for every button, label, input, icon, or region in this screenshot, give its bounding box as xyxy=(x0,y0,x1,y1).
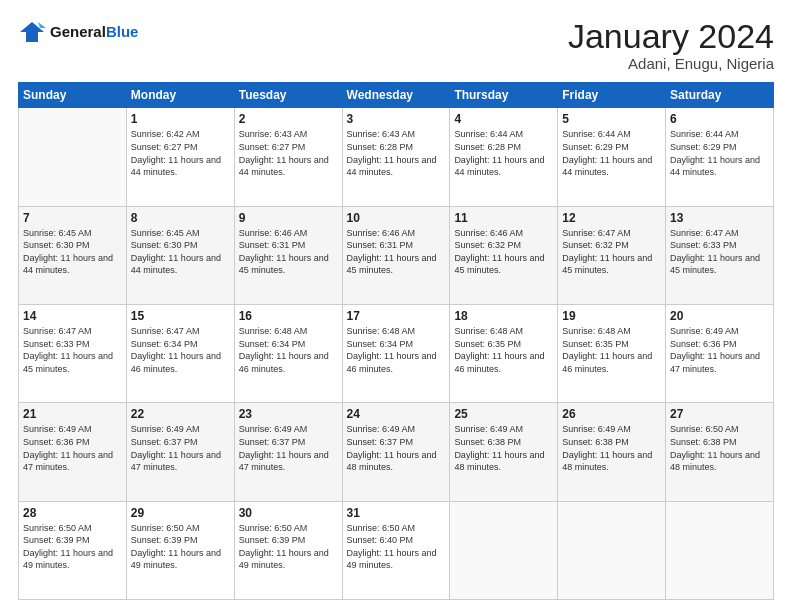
calendar-cell: 27 Sunrise: 6:50 AM Sunset: 6:38 PM Dayl… xyxy=(666,403,774,501)
calendar-cell: 7 Sunrise: 6:45 AM Sunset: 6:30 PM Dayli… xyxy=(19,206,127,304)
calendar-cell: 22 Sunrise: 6:49 AM Sunset: 6:37 PM Dayl… xyxy=(126,403,234,501)
day-number: 16 xyxy=(239,309,338,323)
sunset-text: Sunset: 6:31 PM xyxy=(239,240,306,250)
day-number: 11 xyxy=(454,211,553,225)
cell-info: Sunrise: 6:49 AM Sunset: 6:37 PM Dayligh… xyxy=(347,423,446,473)
daylight-text: Daylight: 11 hours and 45 minutes. xyxy=(454,253,544,276)
day-number: 7 xyxy=(23,211,122,225)
sunset-text: Sunset: 6:28 PM xyxy=(347,142,414,152)
daylight-text: Daylight: 11 hours and 45 minutes. xyxy=(239,253,329,276)
day-number: 12 xyxy=(562,211,661,225)
sunrise-text: Sunrise: 6:50 AM xyxy=(670,424,739,434)
day-number: 8 xyxy=(131,211,230,225)
calendar-cell: 11 Sunrise: 6:46 AM Sunset: 6:32 PM Dayl… xyxy=(450,206,558,304)
sunrise-text: Sunrise: 6:50 AM xyxy=(23,523,92,533)
cell-info: Sunrise: 6:47 AM Sunset: 6:34 PM Dayligh… xyxy=(131,325,230,375)
month-title: January 2024 xyxy=(568,18,774,55)
calendar-cell xyxy=(558,501,666,599)
day-number: 18 xyxy=(454,309,553,323)
day-number: 30 xyxy=(239,506,338,520)
daylight-text: Daylight: 11 hours and 45 minutes. xyxy=(670,253,760,276)
daylight-text: Daylight: 11 hours and 48 minutes. xyxy=(562,450,652,473)
cell-info: Sunrise: 6:50 AM Sunset: 6:40 PM Dayligh… xyxy=(347,522,446,572)
sunset-text: Sunset: 6:32 PM xyxy=(562,240,629,250)
daylight-text: Daylight: 11 hours and 46 minutes. xyxy=(562,351,652,374)
sunrise-text: Sunrise: 6:48 AM xyxy=(454,326,523,336)
day-number: 26 xyxy=(562,407,661,421)
calendar-week-row: 21 Sunrise: 6:49 AM Sunset: 6:36 PM Dayl… xyxy=(19,403,774,501)
daylight-text: Daylight: 11 hours and 46 minutes. xyxy=(131,351,221,374)
calendar-cell: 14 Sunrise: 6:47 AM Sunset: 6:33 PM Dayl… xyxy=(19,305,127,403)
daylight-text: Daylight: 11 hours and 44 minutes. xyxy=(131,155,221,178)
calendar-cell: 28 Sunrise: 6:50 AM Sunset: 6:39 PM Dayl… xyxy=(19,501,127,599)
weekday-header: Friday xyxy=(558,83,666,108)
sunrise-text: Sunrise: 6:49 AM xyxy=(562,424,631,434)
weekday-header: Sunday xyxy=(19,83,127,108)
sunset-text: Sunset: 6:33 PM xyxy=(23,339,90,349)
cell-info: Sunrise: 6:50 AM Sunset: 6:39 PM Dayligh… xyxy=(23,522,122,572)
daylight-text: Daylight: 11 hours and 46 minutes. xyxy=(454,351,544,374)
daylight-text: Daylight: 11 hours and 49 minutes. xyxy=(131,548,221,571)
sunrise-text: Sunrise: 6:50 AM xyxy=(131,523,200,533)
sunset-text: Sunset: 6:35 PM xyxy=(562,339,629,349)
sunrise-text: Sunrise: 6:47 AM xyxy=(131,326,200,336)
calendar-cell: 3 Sunrise: 6:43 AM Sunset: 6:28 PM Dayli… xyxy=(342,108,450,206)
daylight-text: Daylight: 11 hours and 44 minutes. xyxy=(239,155,329,178)
cell-info: Sunrise: 6:48 AM Sunset: 6:34 PM Dayligh… xyxy=(239,325,338,375)
calendar-cell: 26 Sunrise: 6:49 AM Sunset: 6:38 PM Dayl… xyxy=(558,403,666,501)
calendar-cell: 18 Sunrise: 6:48 AM Sunset: 6:35 PM Dayl… xyxy=(450,305,558,403)
sunset-text: Sunset: 6:32 PM xyxy=(454,240,521,250)
cell-info: Sunrise: 6:47 AM Sunset: 6:32 PM Dayligh… xyxy=(562,227,661,277)
cell-info: Sunrise: 6:50 AM Sunset: 6:38 PM Dayligh… xyxy=(670,423,769,473)
sunset-text: Sunset: 6:27 PM xyxy=(239,142,306,152)
day-number: 21 xyxy=(23,407,122,421)
svg-marker-1 xyxy=(38,22,46,28)
sunrise-text: Sunrise: 6:46 AM xyxy=(347,228,416,238)
day-number: 5 xyxy=(562,112,661,126)
cell-info: Sunrise: 6:49 AM Sunset: 6:36 PM Dayligh… xyxy=(670,325,769,375)
daylight-text: Daylight: 11 hours and 45 minutes. xyxy=(347,253,437,276)
daylight-text: Daylight: 11 hours and 47 minutes. xyxy=(23,450,113,473)
daylight-text: Daylight: 11 hours and 47 minutes. xyxy=(239,450,329,473)
sunset-text: Sunset: 6:39 PM xyxy=(23,535,90,545)
day-number: 31 xyxy=(347,506,446,520)
cell-info: Sunrise: 6:44 AM Sunset: 6:28 PM Dayligh… xyxy=(454,128,553,178)
calendar-cell: 30 Sunrise: 6:50 AM Sunset: 6:39 PM Dayl… xyxy=(234,501,342,599)
calendar-cell: 8 Sunrise: 6:45 AM Sunset: 6:30 PM Dayli… xyxy=(126,206,234,304)
logo: GeneralBlue xyxy=(18,18,138,46)
sunset-text: Sunset: 6:39 PM xyxy=(239,535,306,545)
cell-info: Sunrise: 6:50 AM Sunset: 6:39 PM Dayligh… xyxy=(239,522,338,572)
cell-info: Sunrise: 6:42 AM Sunset: 6:27 PM Dayligh… xyxy=(131,128,230,178)
location: Adani, Enugu, Nigeria xyxy=(568,55,774,72)
calendar-cell: 15 Sunrise: 6:47 AM Sunset: 6:34 PM Dayl… xyxy=(126,305,234,403)
sunset-text: Sunset: 6:40 PM xyxy=(347,535,414,545)
calendar-cell: 25 Sunrise: 6:49 AM Sunset: 6:38 PM Dayl… xyxy=(450,403,558,501)
day-number: 24 xyxy=(347,407,446,421)
calendar-cell xyxy=(450,501,558,599)
sunset-text: Sunset: 6:30 PM xyxy=(23,240,90,250)
sunset-text: Sunset: 6:34 PM xyxy=(347,339,414,349)
daylight-text: Daylight: 11 hours and 49 minutes. xyxy=(23,548,113,571)
cell-info: Sunrise: 6:50 AM Sunset: 6:39 PM Dayligh… xyxy=(131,522,230,572)
daylight-text: Daylight: 11 hours and 45 minutes. xyxy=(23,351,113,374)
sunset-text: Sunset: 6:27 PM xyxy=(131,142,198,152)
sunset-text: Sunset: 6:38 PM xyxy=(562,437,629,447)
sunrise-text: Sunrise: 6:50 AM xyxy=(347,523,416,533)
weekday-header: Tuesday xyxy=(234,83,342,108)
sunrise-text: Sunrise: 6:48 AM xyxy=(347,326,416,336)
calendar-week-row: 14 Sunrise: 6:47 AM Sunset: 6:33 PM Dayl… xyxy=(19,305,774,403)
day-number: 20 xyxy=(670,309,769,323)
daylight-text: Daylight: 11 hours and 44 minutes. xyxy=(670,155,760,178)
day-number: 29 xyxy=(131,506,230,520)
daylight-text: Daylight: 11 hours and 44 minutes. xyxy=(23,253,113,276)
sunrise-text: Sunrise: 6:46 AM xyxy=(454,228,523,238)
day-number: 25 xyxy=(454,407,553,421)
cell-info: Sunrise: 6:49 AM Sunset: 6:37 PM Dayligh… xyxy=(239,423,338,473)
sunrise-text: Sunrise: 6:49 AM xyxy=(239,424,308,434)
sunset-text: Sunset: 6:30 PM xyxy=(131,240,198,250)
daylight-text: Daylight: 11 hours and 45 minutes. xyxy=(562,253,652,276)
sunset-text: Sunset: 6:29 PM xyxy=(670,142,737,152)
sunrise-text: Sunrise: 6:44 AM xyxy=(670,129,739,139)
sunrise-text: Sunrise: 6:49 AM xyxy=(670,326,739,336)
calendar-cell xyxy=(666,501,774,599)
